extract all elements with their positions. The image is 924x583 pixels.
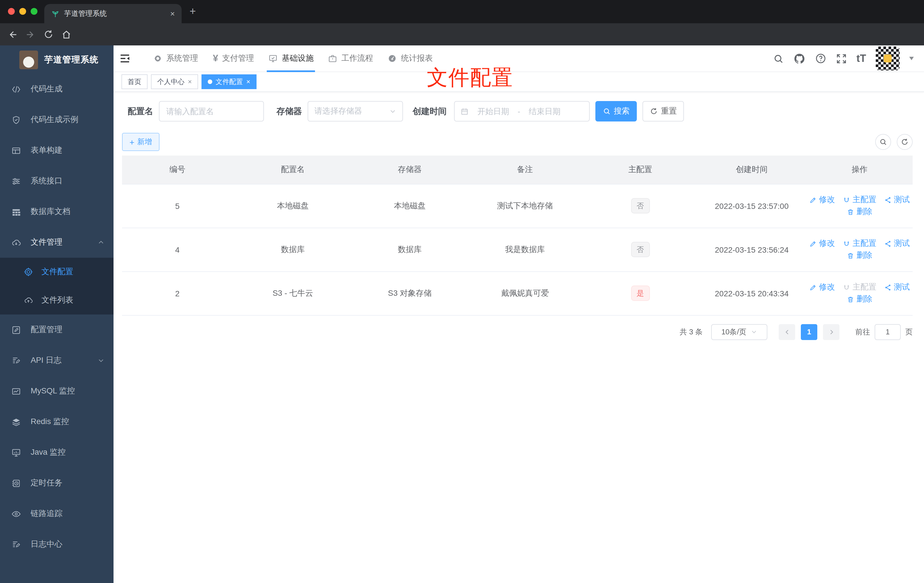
sidebar-item-db-doc[interactable]: 数据库文档	[0, 197, 114, 227]
close-icon[interactable]: ×	[188, 78, 192, 86]
sidebar-item-system-api[interactable]: 系统接口	[0, 166, 114, 197]
chevron-left-icon	[784, 329, 790, 335]
test-link[interactable]: 测试	[884, 282, 910, 292]
date-range-picker[interactable]: -	[454, 101, 590, 122]
topnav-system[interactable]: 系统管理	[146, 45, 205, 72]
fullscreen-icon[interactable]	[836, 53, 847, 64]
sidebar-item-redis-monitor[interactable]: Redis 监控	[0, 406, 114, 437]
avatar-caret-icon[interactable]	[909, 57, 914, 60]
storage-select[interactable]: 请选择存储器	[308, 101, 403, 122]
col-actions: 操作	[807, 155, 912, 184]
master-link[interactable]: 主配置	[843, 195, 876, 205]
edit-link[interactable]: 修改	[809, 282, 835, 292]
delete-link[interactable]: 删除	[847, 294, 872, 304]
window-controls[interactable]	[8, 8, 38, 15]
chevron-up-icon	[97, 239, 104, 246]
config-name-label: 配置名	[128, 106, 153, 117]
magnet-icon	[843, 196, 850, 203]
search-icon[interactable]	[773, 53, 784, 64]
favicon-plant-icon	[51, 9, 59, 18]
monitor-icon	[12, 448, 21, 457]
app-header: 系统管理 ¥ 支付管理 基础设施 工作流程	[114, 45, 924, 72]
delete-link[interactable]: 删除	[847, 206, 872, 217]
topnav-workflow[interactable]: 工作流程	[321, 45, 381, 72]
config-name-input[interactable]	[159, 101, 264, 122]
page-unit-label: 页	[905, 327, 912, 337]
add-button[interactable]: + 新增	[122, 133, 160, 151]
new-tab-button[interactable]: +	[190, 5, 196, 18]
test-link[interactable]: 测试	[884, 238, 910, 249]
toggle-search-button[interactable]	[875, 134, 891, 150]
forward-icon[interactable]	[26, 29, 36, 40]
chevron-right-icon	[828, 329, 835, 335]
edit-icon	[809, 284, 817, 291]
sidebar-item-scheduled-tasks[interactable]: 定时任务	[0, 468, 114, 499]
tag-file-config[interactable]: 文件配置 ×	[201, 74, 257, 89]
back-icon[interactable]	[7, 29, 18, 40]
sidebar-item-code-gen-example[interactable]: 代码生成示例	[0, 104, 114, 135]
storage-label: 存储器	[276, 106, 302, 117]
reload-icon[interactable]	[44, 30, 53, 39]
avatar[interactable]	[876, 46, 899, 70]
tab-close-icon[interactable]: ×	[170, 9, 175, 18]
topnav-payment[interactable]: ¥ 支付管理	[205, 45, 261, 72]
refresh-table-button[interactable]	[897, 134, 912, 150]
file-config-table: 编号 配置名 存储器 备注 主配置 创建时间 操作 5 本地磁盘	[122, 155, 912, 315]
cloud-download-icon	[12, 238, 21, 247]
sidebar-item-java-monitor[interactable]: Java 监控	[0, 437, 114, 468]
briefcase-icon	[328, 54, 337, 63]
active-dot	[208, 79, 212, 84]
gear-icon	[153, 54, 162, 63]
edit-link[interactable]: 修改	[809, 238, 835, 249]
magnet-icon	[843, 240, 850, 247]
close-window-button[interactable]	[8, 8, 15, 15]
goto-label: 前往	[855, 327, 870, 337]
sidebar-item-tracing[interactable]: 链路追踪	[0, 499, 114, 529]
sidebar-item-config-management[interactable]: 配置管理	[0, 314, 114, 345]
font-size-icon[interactable]: tT	[856, 53, 866, 64]
help-icon[interactable]	[815, 53, 827, 64]
test-link[interactable]: 测试	[884, 195, 910, 205]
github-icon[interactable]	[794, 53, 805, 64]
screen: 芋道管理系统 × + 127.0.0.1:1024/infra/file/fil…	[0, 0, 924, 583]
minimize-window-button[interactable]	[19, 8, 26, 15]
tag-home[interactable]: 首页	[122, 74, 148, 89]
sidebar-item-file-config[interactable]: 文件配置	[0, 258, 114, 286]
next-page-button[interactable]	[823, 324, 840, 340]
trash-icon	[847, 252, 854, 259]
close-icon[interactable]: ×	[246, 78, 250, 86]
master-tag: 是	[631, 286, 650, 301]
sidebar-item-file-list[interactable]: 文件列表	[0, 286, 114, 314]
zoom-window-button[interactable]	[31, 8, 38, 15]
reset-button[interactable]: 重置	[642, 101, 684, 122]
master-link[interactable]: 主配置	[843, 238, 876, 249]
refresh-icon	[901, 138, 909, 146]
table-toolbar: + 新增	[122, 133, 912, 151]
start-date-input[interactable]	[472, 107, 514, 116]
sidebar-item-code-gen[interactable]: 代码生成	[0, 74, 114, 104]
page-size-select[interactable]: 10条/页	[711, 324, 767, 340]
yen-icon: ¥	[213, 53, 218, 64]
collapse-sidebar-icon[interactable]	[114, 53, 136, 64]
sidebar-item-log-center[interactable]: 日志中心	[0, 529, 114, 560]
topnav-infrastructure[interactable]: 基础设施	[261, 45, 321, 72]
code-icon	[12, 84, 21, 94]
current-page-button[interactable]: 1	[801, 324, 817, 340]
sidebar-item-api-log[interactable]: API 日志	[0, 345, 114, 376]
share-nodes-icon	[884, 196, 892, 203]
red-annotation-title: 文件配置	[427, 64, 513, 92]
prev-page-button[interactable]	[779, 324, 795, 340]
sidebar-item-file-management[interactable]: 文件管理	[0, 227, 114, 258]
logo-avatar	[19, 50, 38, 69]
browser-tab[interactable]: 芋道管理系统 ×	[44, 4, 182, 23]
edit-link[interactable]: 修改	[809, 195, 835, 205]
sidebar-item-form-builder[interactable]: 表单构建	[0, 135, 114, 166]
goto-page-input[interactable]	[874, 324, 901, 340]
sidebar-item-mysql-monitor[interactable]: MySQL 监控	[0, 376, 114, 406]
search-button[interactable]: 搜索	[596, 101, 637, 122]
top-navigation: 系统管理 ¥ 支付管理 基础设施 工作流程	[146, 45, 440, 72]
tag-profile[interactable]: 个人中心 ×	[151, 74, 198, 89]
home-icon[interactable]	[61, 29, 71, 40]
delete-link[interactable]: 删除	[847, 250, 872, 261]
end-date-input[interactable]	[523, 107, 566, 116]
